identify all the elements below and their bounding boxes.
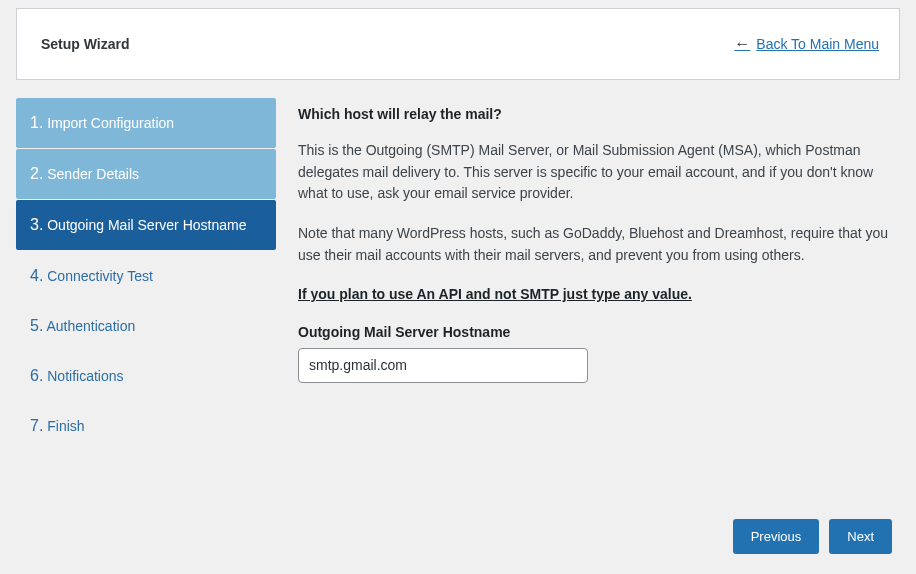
hostname-input[interactable] (298, 348, 588, 383)
content-paragraph-api-note: If you plan to use An API and not SMTP j… (298, 284, 890, 306)
main-area: 1. Import Configuration 2. Sender Detail… (0, 80, 916, 451)
step-label: Authentication (46, 318, 135, 334)
step-label: Connectivity Test (47, 268, 153, 284)
step-number: 4. (30, 267, 43, 284)
back-link-label: Back To Main Menu (756, 36, 879, 52)
back-to-main-link[interactable]: ← Back To Main Menu (734, 35, 879, 53)
step-label: Sender Details (47, 166, 139, 182)
content-heading: Which host will relay the mail? (298, 106, 890, 122)
step-label: Notifications (47, 368, 123, 384)
page-title: Setup Wizard (41, 36, 130, 52)
next-button[interactable]: Next (829, 519, 892, 554)
sidebar-item-finish[interactable]: 7. Finish (16, 401, 276, 451)
wizard-sidebar: 1. Import Configuration 2. Sender Detail… (16, 98, 276, 451)
arrow-left-icon: ← (734, 35, 750, 53)
sidebar-item-outgoing-mail-server-hostname[interactable]: 3. Outgoing Mail Server Hostname (16, 200, 276, 250)
step-label: Import Configuration (47, 115, 174, 131)
sidebar-item-notifications[interactable]: 6. Notifications (16, 351, 276, 401)
sidebar-item-connectivity-test[interactable]: 4. Connectivity Test (16, 251, 276, 301)
step-number: 5. (30, 317, 43, 334)
content-paragraph-2: Note that many WordPress hosts, such as … (298, 223, 890, 266)
content-paragraph-1: This is the Outgoing (SMTP) Mail Server,… (298, 140, 890, 205)
sidebar-item-sender-details[interactable]: 2. Sender Details (16, 149, 276, 199)
header-card: Setup Wizard ← Back To Main Menu (16, 8, 900, 80)
step-label: Outgoing Mail Server Hostname (47, 217, 246, 233)
step-number: 2. (30, 165, 43, 182)
previous-button[interactable]: Previous (733, 519, 820, 554)
step-number: 7. (30, 417, 43, 434)
hostname-field-label: Outgoing Mail Server Hostname (298, 324, 890, 340)
sidebar-item-import-configuration[interactable]: 1. Import Configuration (16, 98, 276, 148)
content-panel: Which host will relay the mail? This is … (294, 98, 900, 451)
step-number: 3. (30, 216, 43, 233)
step-number: 6. (30, 367, 43, 384)
step-number: 1. (30, 114, 43, 131)
step-label: Finish (47, 418, 84, 434)
sidebar-item-authentication[interactable]: 5. Authentication (16, 301, 276, 351)
footer-buttons: Previous Next (733, 519, 892, 554)
